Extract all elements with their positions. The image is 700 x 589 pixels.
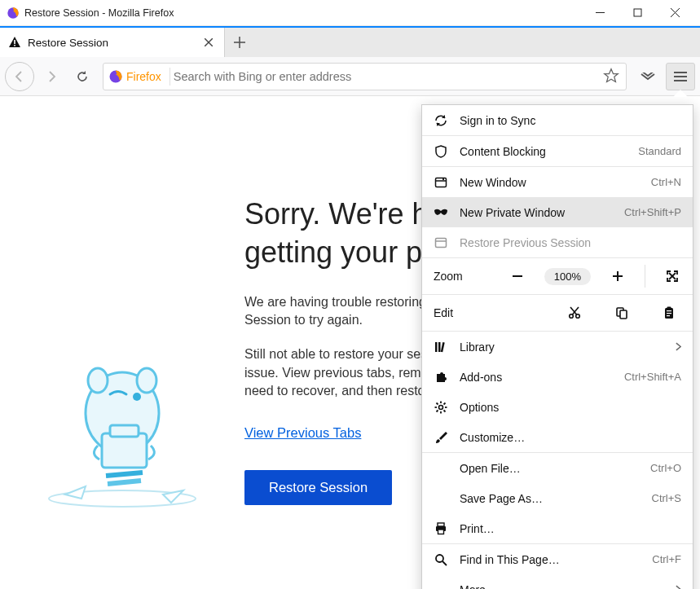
menu-new-private-window[interactable]: New Private Window Ctrl+Shift+P xyxy=(422,197,693,227)
svg-point-35 xyxy=(570,314,574,319)
menu-customize[interactable]: Customize… xyxy=(422,422,693,452)
svg-line-57 xyxy=(437,410,438,411)
error-illustration xyxy=(24,98,220,589)
forward-button[interactable] xyxy=(37,63,65,90)
menu-find-in-page[interactable]: Find in This Page… Ctrl+F xyxy=(422,544,693,574)
mask-icon xyxy=(434,205,448,220)
menu-options[interactable]: Options xyxy=(422,392,693,422)
svg-point-36 xyxy=(576,314,580,319)
svg-rect-45 xyxy=(667,315,670,316)
chevron-right-icon xyxy=(676,342,681,351)
urlbar-brand: Firefox xyxy=(126,70,161,83)
paste-button[interactable] xyxy=(660,304,678,322)
warning-icon xyxy=(8,36,21,49)
chevron-right-icon xyxy=(676,585,681,589)
cut-button[interactable] xyxy=(566,304,583,322)
print-icon xyxy=(434,521,448,536)
firefox-icon xyxy=(108,69,123,84)
svg-rect-42 xyxy=(667,307,671,310)
app-menu-popup: Sign in to Sync Content Blocking Standar… xyxy=(421,104,693,589)
menu-library[interactable]: Library xyxy=(422,332,693,362)
view-previous-tabs-link[interactable]: View Previous Tabs xyxy=(244,425,361,441)
svg-rect-44 xyxy=(667,313,671,314)
svg-point-19 xyxy=(137,368,156,393)
content-blocking-mode: Standard xyxy=(638,145,681,157)
svg-rect-2 xyxy=(634,9,641,16)
svg-rect-6 xyxy=(14,45,15,46)
svg-rect-60 xyxy=(438,530,444,534)
new-tab-button[interactable] xyxy=(225,28,254,57)
restore-session-icon xyxy=(434,235,448,250)
window-close-button[interactable] xyxy=(656,0,693,26)
menu-new-window[interactable]: New Window Ctrl+N xyxy=(422,167,693,197)
svg-line-23 xyxy=(108,481,141,484)
search-icon xyxy=(434,552,448,567)
svg-rect-24 xyxy=(436,178,447,187)
hamburger-menu-button[interactable] xyxy=(666,63,695,90)
tab-close-button[interactable] xyxy=(201,35,216,50)
window-minimize-button[interactable] xyxy=(581,0,619,26)
svg-rect-46 xyxy=(435,342,438,352)
svg-rect-40 xyxy=(620,310,627,319)
menu-edit-controls: Edit xyxy=(422,295,693,331)
zoom-out-button[interactable] xyxy=(508,267,526,285)
svg-point-61 xyxy=(436,555,443,562)
bookmark-star-icon[interactable] xyxy=(603,68,621,86)
menu-save-page-as[interactable]: Save Page As… Ctrl+S xyxy=(422,483,693,513)
window-titlebar: Restore Session - Mozilla Firefox xyxy=(0,0,700,26)
svg-line-54 xyxy=(437,402,438,404)
menu-addons[interactable]: Add-ons Ctrl+Shift+A xyxy=(422,362,693,392)
copy-button[interactable] xyxy=(613,304,631,322)
svg-rect-58 xyxy=(438,523,444,526)
svg-point-49 xyxy=(439,405,443,409)
menu-open-file[interactable]: Open File… Ctrl+O xyxy=(422,453,693,483)
fullscreen-button[interactable] xyxy=(663,267,681,285)
menu-sign-in-sync[interactable]: Sign in to Sync xyxy=(422,105,693,135)
menu-content-blocking[interactable]: Content Blocking Standard xyxy=(422,136,693,166)
svg-line-55 xyxy=(444,410,446,411)
firefox-icon xyxy=(7,7,20,20)
back-button[interactable] xyxy=(5,62,34,91)
menu-zoom-controls: Zoom 100% xyxy=(422,258,693,294)
svg-line-22 xyxy=(106,473,143,476)
menu-restore-previous-session: Restore Previous Session xyxy=(422,227,693,257)
puzzle-icon xyxy=(434,370,448,385)
url-bar[interactable]: Firefox xyxy=(103,63,627,90)
zoom-level[interactable]: 100% xyxy=(544,268,591,285)
overflow-button[interactable] xyxy=(633,63,663,90)
navigation-toolbar: Firefox xyxy=(0,57,700,96)
gear-icon xyxy=(434,400,448,415)
svg-rect-48 xyxy=(441,341,445,351)
separator xyxy=(169,68,170,86)
window-title: Restore Session - Mozilla Firefox xyxy=(24,7,174,19)
sync-icon xyxy=(434,113,448,128)
svg-rect-28 xyxy=(436,238,447,247)
search-input[interactable] xyxy=(174,70,603,83)
tab-restore-session[interactable]: Restore Session xyxy=(0,28,225,57)
svg-line-62 xyxy=(442,561,447,565)
shield-icon xyxy=(434,144,448,159)
zoom-in-button[interactable] xyxy=(609,267,627,285)
svg-rect-43 xyxy=(667,310,671,311)
svg-line-56 xyxy=(444,402,446,404)
tab-strip: Restore Session xyxy=(0,26,700,57)
tab-label: Restore Session xyxy=(28,37,195,49)
svg-point-17 xyxy=(133,393,141,401)
paintbrush-icon xyxy=(434,430,448,445)
window-maximize-button[interactable] xyxy=(619,0,656,26)
svg-rect-20 xyxy=(102,433,147,468)
new-window-icon xyxy=(434,175,448,190)
svg-point-18 xyxy=(88,368,108,393)
svg-rect-5 xyxy=(14,40,15,44)
svg-rect-47 xyxy=(438,342,441,352)
library-icon xyxy=(434,340,448,354)
menu-more[interactable]: More xyxy=(422,574,693,589)
menu-print[interactable]: Print… xyxy=(422,513,693,543)
reload-button[interactable] xyxy=(68,63,96,90)
restore-session-button[interactable]: Restore Session xyxy=(244,470,392,505)
svg-rect-21 xyxy=(110,425,139,437)
